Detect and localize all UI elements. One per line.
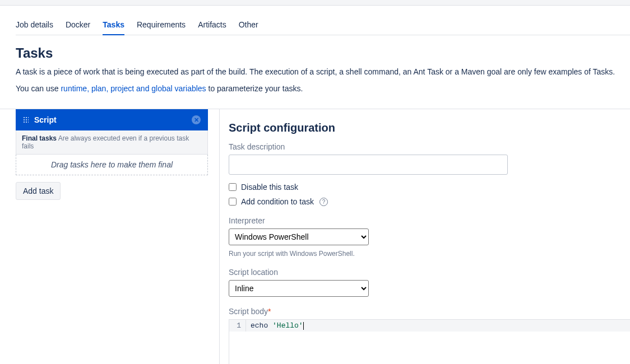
drag-handle-icon[interactable] (23, 116, 29, 123)
script-body-label-text: Script body (229, 307, 268, 316)
code-line: 1 echo 'Hello' (229, 320, 630, 332)
tab-tasks[interactable]: Tasks (103, 16, 124, 35)
text-cursor (303, 322, 304, 330)
tab-job-details[interactable]: Job details (16, 16, 53, 35)
help-icon[interactable]: ? (319, 198, 328, 206)
tab-other[interactable]: Other (239, 16, 258, 35)
code-content[interactable]: echo 'Hello' (246, 320, 630, 332)
line-number: 1 (229, 320, 246, 332)
task-list-panel: Script ✕ Final tasks Are always executed… (16, 109, 208, 364)
script-location-select[interactable]: Inline (229, 280, 369, 297)
final-tasks-header: Final tasks Are always executed even if … (16, 130, 208, 155)
close-icon: ✕ (194, 117, 199, 123)
intro-text: A task is a piece of work that is being … (16, 67, 630, 78)
tab-artifacts[interactable]: Artifacts (198, 16, 226, 35)
tab-requirements[interactable]: Requirements (137, 16, 186, 35)
app-top-strip (0, 0, 630, 6)
remove-task-button[interactable]: ✕ (192, 115, 201, 124)
task-item-script[interactable]: Script ✕ (16, 109, 208, 130)
task-item-label: Script (34, 115, 57, 124)
interpreter-hint: Run your script with Windows PowerShell. (229, 250, 630, 258)
interpreter-select[interactable]: Windows PowerShell (229, 228, 369, 245)
add-task-button[interactable]: Add task (16, 182, 61, 200)
final-tasks-label: Final tasks (22, 134, 57, 142)
config-title: Script configuration (229, 122, 630, 134)
page-title: Tasks (16, 45, 630, 61)
disable-task-label: Disable this task (241, 183, 298, 192)
script-body-editor[interactable]: 1 echo 'Hello' (229, 319, 630, 364)
task-description-input[interactable] (229, 155, 508, 175)
script-location-label: Script location (229, 268, 630, 277)
intro2-post: to parameterize your tasks. (206, 84, 303, 93)
interpreter-label: Interpreter (229, 216, 630, 225)
final-tasks-dropzone[interactable]: Drag tasks here to make them final (16, 155, 208, 175)
tab-docker[interactable]: Docker (66, 16, 90, 35)
code-string: 'Hello' (272, 321, 303, 330)
intro2-pre: You can use (16, 84, 61, 93)
intro-text-2: You can use runtime, plan, project and g… (16, 83, 630, 95)
required-asterisk: * (268, 307, 271, 316)
add-condition-label: Add condition to task (241, 197, 314, 206)
tab-bar: Job details Docker Tasks Requirements Ar… (16, 16, 630, 35)
code-keyword: echo (251, 321, 268, 330)
task-description-label: Task description (229, 142, 630, 151)
disable-task-checkbox[interactable] (229, 183, 237, 191)
task-config-panel: Script configuration Task description Di… (219, 109, 630, 364)
variables-link[interactable]: runtime, plan, project and global variab… (61, 84, 206, 93)
script-body-label: Script body* (229, 307, 630, 316)
add-condition-checkbox[interactable] (229, 198, 237, 206)
